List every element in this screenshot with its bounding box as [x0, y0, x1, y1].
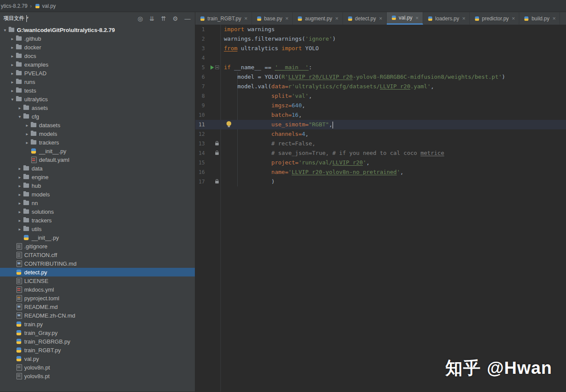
- tree-item-detect-py[interactable]: detect.py: [0, 268, 195, 276]
- tree-item-examples[interactable]: ▸examples: [0, 60, 195, 69]
- chevron-right-icon[interactable]: ▸: [9, 36, 16, 41]
- tab-build-py[interactable]: build.py×: [519, 12, 560, 25]
- chevron-right-icon[interactable]: ▸: [9, 45, 16, 50]
- tree-item-nn[interactable]: ▸nn: [0, 199, 195, 207]
- code-line-14[interactable]: 14 # save_json=True, # if you need to ca…: [195, 148, 566, 158]
- settings-gear-icon[interactable]: ⚙: [172, 16, 178, 22]
- tree-item-cfg[interactable]: ▾cfg: [0, 112, 195, 121]
- tree-item-default-yaml[interactable]: default.yaml: [0, 155, 195, 164]
- tree-item-trackers[interactable]: ▸trackers: [0, 216, 195, 225]
- tree-item-datasets[interactable]: ▸datasets: [0, 121, 195, 129]
- tree-item-train-rgbrgb-py[interactable]: train_RGBRGB.py: [0, 337, 195, 346]
- tree-item-data[interactable]: ▸data: [0, 164, 195, 173]
- tree-item-train-py[interactable]: train.py: [0, 320, 195, 328]
- tree-item-engine[interactable]: ▸engine: [0, 173, 195, 181]
- tree-item-docs[interactable]: ▸docs: [0, 51, 195, 60]
- code-area[interactable]: 1import warnings2warnings.filterwarnings…: [195, 25, 566, 392]
- scroll-down-icon[interactable]: ⇊: [149, 16, 155, 22]
- breadcrumb-file[interactable]: val.py: [42, 3, 55, 9]
- chevron-down-icon[interactable]: ▾: [16, 114, 23, 119]
- code-line-1[interactable]: 1import warnings: [195, 25, 566, 34]
- tab-loaders-py[interactable]: loaders.py×: [423, 12, 470, 25]
- tree-item-val-py[interactable]: val.py: [0, 354, 195, 363]
- tree-item-citation-cff[interactable]: CITATION.cff: [0, 251, 195, 259]
- close-icon[interactable]: ×: [462, 16, 466, 21]
- chevron-right-icon[interactable]: ▸: [16, 227, 23, 231]
- tree-item-license[interactable]: LICENSE: [0, 276, 195, 285]
- code-line-5[interactable]: 5if __name__ == '__main__':: [195, 63, 566, 72]
- code-line-6[interactable]: 6 model = YOLO(R'LLVIP_r20/LLVIP_r20-yol…: [195, 72, 566, 82]
- chevron-right-icon[interactable]: ▸: [16, 201, 23, 206]
- tree-item--gitignore[interactable]: .gitignore: [0, 242, 195, 251]
- tab-val-py[interactable]: val.py×: [387, 12, 423, 25]
- chevron-right-icon[interactable]: ▸: [16, 175, 23, 180]
- chevron-right-icon[interactable]: ▸: [9, 80, 16, 84]
- tree-item-mkdocs-yml[interactable]: mkdocs.yml: [0, 285, 195, 294]
- chevron-right-icon[interactable]: ▸: [9, 54, 16, 58]
- code-line-11[interactable]: 11 use_simotm="RGBT",: [195, 120, 566, 129]
- tab-predictor-py[interactable]: predictor.py×: [470, 12, 520, 25]
- scroll-up-icon[interactable]: ⇈: [161, 16, 166, 22]
- chevron-right-icon[interactable]: ▸: [9, 88, 16, 93]
- code-line-2[interactable]: 2warnings.filterwarnings('ignore'): [195, 34, 566, 44]
- tree-item-train-rgbt-py[interactable]: train_RGBT.py: [0, 346, 195, 354]
- fold-collapse-icon[interactable]: [215, 65, 219, 69]
- tree-item-utils[interactable]: ▸utils: [0, 225, 195, 233]
- tree-item-pyproject-toml[interactable]: pyproject.toml: [0, 294, 195, 302]
- chevron-right-icon[interactable]: ▸: [24, 140, 30, 145]
- code-line-7[interactable]: 7 model.val(data=r'ultralytics/cfg/datas…: [195, 82, 566, 91]
- chevron-down-icon[interactable]: ▾: [2, 28, 8, 32]
- tree-item-contributing-md[interactable]: CONTRIBUTING.md: [0, 259, 195, 268]
- tree-item-ultralytics[interactable]: ▾ultralytics: [0, 95, 195, 103]
- tree-item-yolov8s-pt[interactable]: yolov8s.pt: [0, 372, 195, 380]
- code-line-16[interactable]: 16 name='LLVIP_r20-yolov8n-no_pretrained…: [195, 167, 566, 177]
- tree-item-hub[interactable]: ▸hub: [0, 181, 195, 190]
- code-line-17[interactable]: 17 ): [195, 177, 566, 186]
- code-line-3[interactable]: 3from ultralytics import YOLO: [195, 44, 566, 53]
- tree-item-g-wan-code-gitpro-ultralytics-8-2-79[interactable]: ▾G:\wan\code\GitPro\ultralytics-8.2.79: [0, 26, 195, 34]
- chevron-right-icon[interactable]: ▸: [9, 71, 16, 76]
- close-icon[interactable]: ×: [553, 16, 556, 21]
- code-line-15[interactable]: 15 project='runs/val/LLVIP_r20',: [195, 158, 566, 167]
- chevron-right-icon[interactable]: ▸: [16, 166, 23, 171]
- tree-item-runs[interactable]: ▸runs: [0, 77, 195, 86]
- code-line-8[interactable]: 8 split='val',: [195, 91, 566, 101]
- code-line-13[interactable]: 13 # rect=False,: [195, 139, 566, 148]
- chevron-right-icon[interactable]: ▸: [16, 218, 23, 223]
- chevron-right-icon[interactable]: ▸: [16, 209, 23, 214]
- chevron-right-icon[interactable]: ▸: [24, 132, 30, 136]
- tab-detect-py[interactable]: detect.py×: [343, 12, 387, 25]
- run-icon[interactable]: [210, 65, 214, 70]
- close-icon[interactable]: ×: [285, 16, 289, 21]
- tree-item--init-py[interactable]: __init__.py: [0, 147, 195, 155]
- tree-item-trackers[interactable]: ▸trackers: [0, 138, 195, 147]
- tab-base-py[interactable]: base.py×: [252, 12, 293, 25]
- tree-item-readme-zh-cn-md[interactable]: README.zh-CN.md: [0, 311, 195, 320]
- intention-bulb-icon[interactable]: [226, 121, 231, 126]
- tree-item-solutions[interactable]: ▸solutions: [0, 207, 195, 216]
- chevron-right-icon[interactable]: ▸: [16, 106, 23, 110]
- close-icon[interactable]: ×: [512, 16, 515, 21]
- tree-item-models[interactable]: ▸models: [0, 190, 195, 199]
- tree-item-train-gray-py[interactable]: train_Gray.py: [0, 328, 195, 337]
- code-line-10[interactable]: 10 batch=16,: [195, 110, 566, 120]
- tree-item-docker[interactable]: ▸docker: [0, 43, 195, 51]
- chevron-right-icon[interactable]: ▸: [16, 192, 23, 197]
- project-panel-title[interactable]: 项目文件: [3, 15, 24, 22]
- tree-item-pvelad[interactable]: ▸PVELAD: [0, 69, 195, 77]
- tab-train-rgbt-py[interactable]: train_RGBT.py×: [195, 12, 252, 25]
- tree-item-assets[interactable]: ▸assets: [0, 103, 195, 112]
- tree-item--github[interactable]: ▸.github: [0, 34, 195, 43]
- code-line-12[interactable]: 12 channels=4,: [195, 129, 566, 139]
- tab-augment-py[interactable]: augment.py×: [293, 12, 343, 25]
- hide-panel-icon[interactable]: —: [184, 16, 191, 22]
- chevron-right-icon[interactable]: ▸: [16, 183, 23, 188]
- tree-item-models[interactable]: ▸models: [0, 129, 195, 138]
- tree-item-yolov8n-pt[interactable]: yolov8n.pt: [0, 363, 195, 372]
- tree-item-readme-md[interactable]: README.md: [0, 302, 195, 311]
- code-line-9[interactable]: 9 imgsz=640,: [195, 101, 566, 110]
- chevron-right-icon[interactable]: ▸: [24, 123, 30, 128]
- code-line-4[interactable]: 4: [195, 53, 566, 63]
- tree-item--init-py[interactable]: __init__.py: [0, 233, 195, 242]
- chevron-down-icon[interactable]: ▾: [26, 15, 27, 22]
